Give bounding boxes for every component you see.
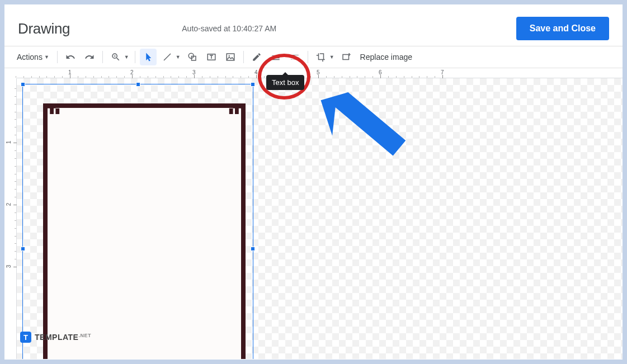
save-and-close-button[interactable]: Save and Close bbox=[516, 17, 609, 40]
image-tool-button[interactable] bbox=[222, 49, 239, 65]
selected-object[interactable] bbox=[22, 84, 253, 359]
separator bbox=[243, 51, 244, 63]
caret-down-icon[interactable]: ▼ bbox=[329, 54, 334, 60]
line-weight-icon bbox=[271, 52, 281, 62]
image-icon bbox=[225, 52, 235, 62]
pencil-icon bbox=[252, 52, 262, 62]
textbox-icon bbox=[206, 52, 216, 62]
crop-icon bbox=[316, 52, 326, 62]
canvas-area: 1234567 123 bbox=[4, 68, 623, 359]
drawing-dialog: Drawing Auto-saved at 10:40:27 AM Save a… bbox=[4, 4, 623, 360]
autosave-status: Auto-saved at 10:40:27 AM bbox=[70, 24, 516, 33]
undo-icon bbox=[65, 52, 76, 62]
watermark-logo-icon: T bbox=[20, 332, 31, 343]
vertical-ruler: 123 bbox=[4, 78, 17, 359]
textbox-tool-button[interactable] bbox=[203, 49, 220, 65]
actions-menu[interactable]: Actions ▼ bbox=[11, 53, 54, 62]
svg-point-4 bbox=[228, 55, 229, 56]
redo-button[interactable] bbox=[81, 49, 98, 65]
resize-handle[interactable] bbox=[21, 82, 25, 87]
resize-handle[interactable] bbox=[136, 82, 140, 87]
separator bbox=[102, 51, 103, 63]
replace-image-button[interactable]: Replace image bbox=[356, 53, 417, 62]
resize-handle[interactable] bbox=[251, 82, 255, 87]
redo-icon bbox=[84, 52, 95, 62]
undo-button[interactable] bbox=[62, 49, 79, 65]
svg-rect-3 bbox=[227, 54, 234, 60]
actions-label: Actions bbox=[17, 53, 43, 62]
reset-image-icon bbox=[341, 52, 351, 62]
frame-corner-icon bbox=[225, 105, 244, 124]
caret-down-icon[interactable]: ▼ bbox=[124, 54, 129, 60]
resize-handle[interactable] bbox=[21, 247, 25, 251]
caret-down-icon[interactable]: ▼ bbox=[176, 54, 181, 60]
line-dash-icon bbox=[290, 52, 300, 62]
svg-rect-2 bbox=[208, 54, 215, 60]
separator bbox=[135, 51, 135, 63]
toolbar: Actions ▼ ▼ ▼ bbox=[4, 46, 623, 68]
watermark-text: TEMPLATE.NET bbox=[35, 333, 91, 342]
zoom-button[interactable] bbox=[107, 49, 124, 65]
border-color-button[interactable] bbox=[248, 49, 265, 65]
svg-rect-1 bbox=[191, 56, 196, 61]
reset-image-button[interactable] bbox=[338, 49, 355, 65]
svg-rect-5 bbox=[343, 55, 349, 60]
drawing-canvas[interactable] bbox=[17, 78, 623, 359]
dialog-title: Drawing bbox=[18, 20, 70, 37]
separator bbox=[308, 51, 308, 63]
separator bbox=[57, 51, 58, 63]
frame-corner-icon bbox=[44, 105, 63, 124]
cursor-icon bbox=[143, 52, 153, 62]
shape-icon bbox=[187, 52, 197, 62]
horizontal-ruler: 1234567 bbox=[17, 68, 623, 78]
shape-tool-button[interactable] bbox=[184, 49, 201, 65]
line-icon bbox=[162, 52, 172, 62]
dialog-header: Drawing Auto-saved at 10:40:27 AM Save a… bbox=[4, 4, 623, 46]
resize-handle[interactable] bbox=[251, 247, 255, 251]
caret-down-icon: ▼ bbox=[44, 54, 49, 60]
svg-point-0 bbox=[188, 53, 194, 58]
zoom-icon bbox=[111, 52, 121, 62]
border-weight-button[interactable] bbox=[267, 49, 284, 65]
watermark: T TEMPLATE.NET bbox=[20, 332, 91, 343]
image-object[interactable] bbox=[43, 103, 246, 359]
crop-button[interactable] bbox=[313, 49, 329, 65]
border-dash-button[interactable] bbox=[286, 49, 303, 65]
select-tool-button[interactable] bbox=[140, 49, 157, 65]
line-tool-button[interactable] bbox=[159, 49, 176, 65]
